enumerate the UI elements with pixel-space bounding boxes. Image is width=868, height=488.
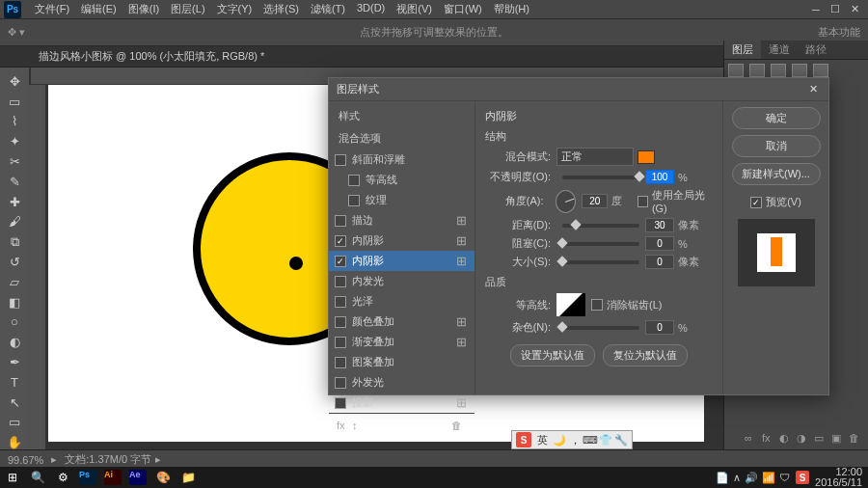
contour-picker[interactable]	[556, 293, 585, 316]
cancel-button[interactable]: 取消	[732, 135, 821, 157]
style-row[interactable]: 内发光	[329, 271, 475, 291]
menu-item[interactable]: 滤镜(T)	[305, 0, 351, 18]
style-checkbox[interactable]	[335, 377, 346, 389]
eyedropper-tool[interactable]: ✎	[3, 173, 26, 191]
filter-icon[interactable]	[813, 64, 828, 77]
menu-item[interactable]: 编辑(E)	[75, 0, 122, 18]
style-row[interactable]: 内阴影⊞	[329, 251, 475, 271]
size-slider[interactable]	[562, 260, 639, 264]
style-row[interactable]: 描边⊞	[329, 210, 475, 230]
add-style-icon[interactable]: ⊞	[453, 213, 469, 228]
style-checkbox[interactable]	[335, 296, 346, 308]
opacity-input[interactable]: 100	[645, 170, 674, 184]
ime-icon[interactable]: 🌙	[553, 433, 566, 447]
trash-icon[interactable]: 🗑	[451, 420, 467, 433]
style-row[interactable]: 内阴影⊞	[329, 230, 475, 251]
ok-button[interactable]: 确定	[732, 107, 821, 129]
tray-icon[interactable]: 🛡	[779, 472, 790, 484]
style-checkbox[interactable]	[348, 195, 360, 206]
ime-tray-icon[interactable]: S	[796, 471, 809, 484]
style-row[interactable]: 图案叠加	[329, 352, 475, 372]
noise-slider[interactable]	[562, 326, 639, 330]
blend-mode-select[interactable]: 正常	[556, 148, 634, 166]
zoom-level[interactable]: 99.67%	[8, 454, 43, 466]
ime-icon[interactable]: ⌨	[583, 433, 597, 447]
global-light-checkbox[interactable]	[637, 196, 648, 207]
menu-item[interactable]: 选择(S)	[258, 0, 305, 18]
antialias-checkbox[interactable]	[591, 299, 603, 311]
settings-icon[interactable]: ⚙	[50, 467, 75, 488]
menu-item[interactable]: 文件(F)	[29, 0, 75, 18]
add-style-icon[interactable]: ⊞	[453, 335, 469, 349]
menu-item[interactable]: 帮助(H)	[488, 0, 535, 18]
style-checkbox[interactable]	[335, 215, 346, 227]
maximize-button[interactable]: ☐	[829, 4, 841, 15]
style-checkbox[interactable]	[335, 316, 346, 328]
workspace-switcher[interactable]: 基本功能	[818, 25, 860, 40]
dialog-titlebar[interactable]: 图层样式 ✕	[329, 78, 828, 101]
ime-logo[interactable]: S	[516, 432, 531, 447]
style-row[interactable]: 纹理	[329, 190, 475, 210]
new-style-button[interactable]: 新建样式(W)...	[732, 163, 821, 185]
menu-item[interactable]: 文字(Y)	[211, 0, 258, 18]
pen-tool[interactable]: ✒	[3, 353, 26, 371]
blur-tool[interactable]: ○	[3, 313, 26, 332]
style-checkbox[interactable]	[335, 154, 346, 166]
choke-input[interactable]: 0	[645, 236, 674, 251]
fx-menu-icon[interactable]: fx	[337, 420, 352, 433]
close-button[interactable]: ✕	[849, 4, 860, 15]
style-row[interactable]: 渐变叠加⊞	[329, 332, 475, 352]
link-icon[interactable]: ∞	[745, 432, 758, 446]
add-style-icon[interactable]: ⊞	[453, 314, 469, 329]
brush-tool[interactable]: 🖌	[3, 213, 26, 231]
ime-icon[interactable]: 🔧	[614, 433, 628, 447]
explorer-icon[interactable]: 📁	[176, 467, 201, 488]
style-row[interactable]: 光泽	[329, 291, 475, 312]
path-tool[interactable]: ↖	[3, 393, 26, 412]
style-row[interactable]: 外发光	[329, 372, 475, 393]
preview-checkbox[interactable]	[750, 197, 762, 208]
opacity-slider[interactable]	[562, 176, 639, 179]
folder-icon[interactable]: ▭	[814, 432, 827, 446]
add-style-icon[interactable]: ⊞	[453, 395, 469, 410]
color-swatch[interactable]	[637, 150, 655, 164]
marquee-tool[interactable]: ▭	[3, 93, 26, 111]
add-style-icon[interactable]: ⊞	[453, 254, 469, 268]
wand-tool[interactable]: ✦	[3, 132, 26, 150]
style-checkbox[interactable]	[335, 357, 346, 368]
filter-icon[interactable]	[792, 64, 807, 77]
gradient-tool[interactable]: ◧	[3, 293, 26, 312]
dialog-close-button[interactable]: ✕	[805, 82, 821, 97]
tray-icon[interactable]: ∧	[733, 472, 741, 484]
crop-tool[interactable]: ✂	[3, 152, 26, 171]
tray-icon[interactable]: 📶	[762, 472, 775, 484]
tab-channels[interactable]: 通道	[761, 41, 798, 59]
tab-paths[interactable]: 路径	[798, 41, 834, 59]
lasso-tool[interactable]: ⌇	[3, 113, 26, 131]
style-row[interactable]: 斜面和浮雕	[329, 149, 475, 170]
filter-icon[interactable]	[728, 64, 744, 77]
blend-options[interactable]: 混合选项	[329, 127, 475, 149]
filter-icon[interactable]	[749, 64, 765, 77]
style-checkbox[interactable]	[348, 175, 360, 186]
menu-item[interactable]: 视图(V)	[391, 0, 438, 18]
ime-icon[interactable]: ，	[568, 433, 582, 447]
mask-icon[interactable]: ◐	[779, 432, 793, 446]
size-input[interactable]: 0	[645, 255, 674, 269]
move-tool[interactable]: ✥	[3, 72, 26, 91]
choke-slider[interactable]	[562, 242, 639, 246]
clock[interactable]: 12:00 2016/5/11	[815, 467, 862, 488]
add-style-icon[interactable]: ⊞	[453, 233, 469, 248]
filter-icon[interactable]	[771, 64, 786, 77]
minimize-button[interactable]: ─	[810, 4, 822, 15]
type-tool[interactable]: T	[3, 373, 26, 392]
tab-layers[interactable]: 图层	[724, 41, 761, 59]
distance-slider[interactable]	[562, 224, 639, 228]
stamp-tool[interactable]: ⧉	[3, 232, 26, 251]
style-checkbox[interactable]	[335, 337, 346, 348]
style-checkbox[interactable]	[335, 276, 346, 287]
noise-input[interactable]: 0	[645, 320, 674, 335]
style-checkbox[interactable]	[335, 235, 346, 247]
style-row[interactable]: 等高线	[329, 170, 475, 190]
angle-dial[interactable]	[556, 190, 577, 213]
